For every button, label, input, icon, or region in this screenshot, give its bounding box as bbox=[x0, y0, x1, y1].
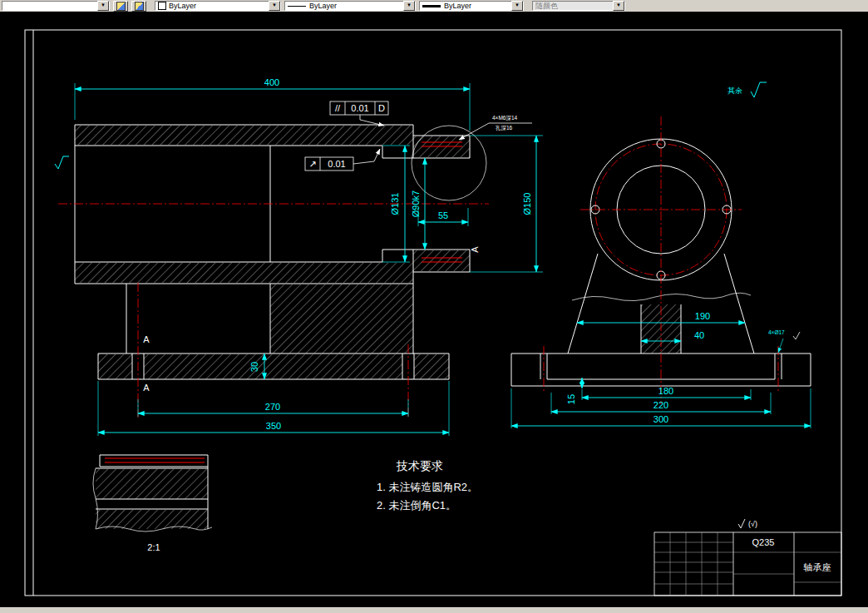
linetype-combo-value: ByLayer bbox=[309, 2, 337, 10]
linetype-preview-icon bbox=[288, 6, 306, 7]
autocad-window: ▼ ByLayer ▼ ByLayer ▼ ByLayer ▼ 随颜色 ▼ bbox=[0, 0, 868, 613]
layer-previous-icon bbox=[135, 2, 144, 11]
callout-line1: 4×M6深14 bbox=[492, 115, 518, 121]
hatch-detail-top bbox=[96, 469, 208, 499]
callout-line2: 孔深16 bbox=[495, 125, 513, 131]
hatch-top-wall bbox=[75, 126, 413, 145]
section-label-a3: A bbox=[470, 246, 480, 253]
lineweight-combo[interactable]: ByLayer ▼ bbox=[419, 1, 524, 11]
callout-base-holes: 4×Ø17 bbox=[768, 329, 785, 335]
plotstyle-combo[interactable]: 随颜色 ▼ bbox=[532, 1, 625, 11]
dim-150: Ø150 bbox=[522, 193, 532, 215]
color-combo[interactable]: ByLayer ▼ bbox=[155, 1, 281, 11]
dim-30: 30 bbox=[249, 362, 259, 372]
tech-req-item2: 2. 未注倒角C1。 bbox=[377, 499, 456, 512]
dim-190: 190 bbox=[695, 311, 710, 321]
dim-15: 15 bbox=[566, 394, 576, 404]
chevron-down-icon[interactable]: ▼ bbox=[403, 1, 415, 11]
section-label-a2: A bbox=[143, 383, 150, 393]
chevron-down-icon[interactable]: ▼ bbox=[613, 1, 624, 11]
dim-40: 40 bbox=[694, 330, 704, 340]
dim-350: 350 bbox=[266, 421, 281, 431]
dim-270: 270 bbox=[265, 402, 280, 412]
tol1-value: 0.01 bbox=[351, 103, 368, 113]
tol1-symbol: // bbox=[335, 103, 341, 113]
chevron-down-icon[interactable]: ▼ bbox=[511, 1, 523, 11]
color-swatch-icon bbox=[158, 2, 166, 10]
plotstyle-combo-value: 随颜色 bbox=[535, 1, 558, 12]
hatch-flange-bottom bbox=[413, 250, 470, 271]
tol2-symbol: ↗ bbox=[308, 159, 316, 169]
layer-tool-icon bbox=[116, 2, 126, 11]
surface-note: (√) bbox=[748, 520, 757, 528]
surface-rest-label: 其余 bbox=[727, 87, 742, 95]
drawing-canvas[interactable]: 400 55 Ø131 Ø90k7 Ø150 30 270 350 // 0.0… bbox=[0, 0, 868, 613]
hatch-detail-bottom bbox=[96, 510, 208, 529]
tol1-datum: D bbox=[378, 103, 385, 113]
hatch-base bbox=[98, 354, 449, 379]
dim-131: Ø131 bbox=[390, 193, 400, 215]
tol2-value: 0.01 bbox=[328, 159, 345, 169]
dim-90k7: Ø90k7 bbox=[411, 190, 421, 217]
material-label: Q235 bbox=[752, 537, 775, 547]
chevron-down-icon[interactable]: ▼ bbox=[269, 1, 280, 11]
properties-toolbar: ▼ ByLayer ▼ ByLayer ▼ ByLayer ▼ 随颜色 ▼ bbox=[0, 0, 868, 12]
part-name-label: 轴承座 bbox=[803, 562, 831, 572]
dim-180: 180 bbox=[658, 386, 673, 396]
hatch-rib bbox=[270, 284, 413, 353]
tech-req-item1: 1. 未注铸造圆角R2。 bbox=[377, 481, 478, 493]
color-combo-value: ByLayer bbox=[169, 2, 196, 10]
lineweight-preview-icon bbox=[422, 5, 441, 7]
tech-req-title: 技术要求 bbox=[396, 459, 443, 472]
lineweight-combo-value: ByLayer bbox=[444, 2, 471, 10]
layer-combo[interactable]: ▼ bbox=[2, 1, 110, 11]
make-object-layer-current-button[interactable] bbox=[113, 1, 128, 12]
linetype-combo[interactable]: ByLayer ▼ bbox=[284, 1, 416, 11]
dim-55: 55 bbox=[438, 210, 448, 220]
chevron-down-icon[interactable]: ▼ bbox=[97, 1, 109, 11]
detail-scale-label: 2:1 bbox=[147, 542, 160, 552]
section-label-a1: A bbox=[143, 334, 150, 344]
hatch-bottom-wall bbox=[75, 263, 413, 283]
dim-220: 220 bbox=[653, 400, 668, 410]
status-bar-strip bbox=[0, 607, 868, 613]
dim-300: 300 bbox=[653, 414, 668, 424]
layer-previous-button[interactable] bbox=[131, 1, 146, 12]
dim-400: 400 bbox=[264, 77, 279, 87]
